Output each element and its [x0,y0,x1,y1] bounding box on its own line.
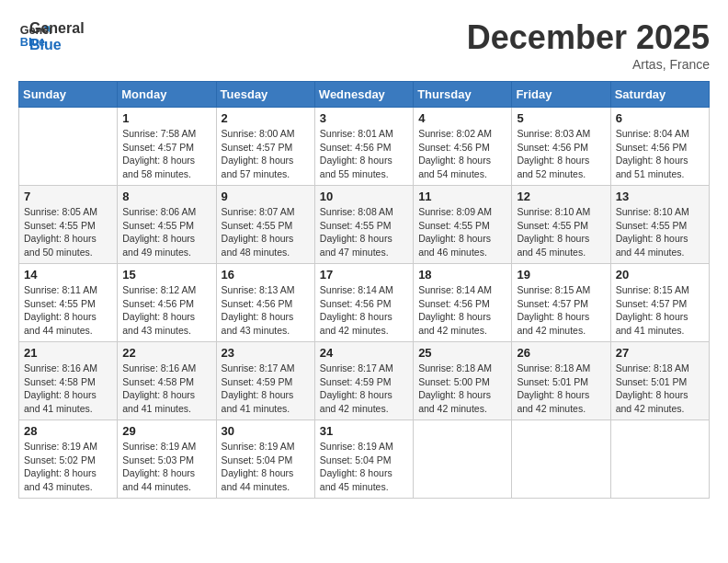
day-info: Sunrise: 8:10 AMSunset: 4:55 PMDaylight:… [616,205,704,259]
day-cell: 10Sunrise: 8:08 AMSunset: 4:55 PMDayligh… [314,186,413,264]
day-info: Sunrise: 8:18 AMSunset: 5:01 PMDaylight:… [616,362,704,416]
day-info: Sunrise: 8:19 AMSunset: 5:02 PMDaylight:… [24,440,112,494]
day-info: Sunrise: 8:01 AMSunset: 4:56 PMDaylight:… [320,127,408,181]
location: Artas, France [467,57,710,72]
day-number: 24 [320,346,408,360]
day-info: Sunrise: 8:16 AMSunset: 4:58 PMDaylight:… [122,362,210,416]
day-number: 28 [24,424,112,438]
day-info: Sunrise: 8:05 AMSunset: 4:55 PMDaylight:… [24,205,112,259]
day-cell: 28Sunrise: 8:19 AMSunset: 5:02 PMDayligh… [19,420,118,499]
day-info: Sunrise: 8:12 AMSunset: 4:56 PMDaylight:… [122,283,210,338]
day-number: 23 [222,346,310,360]
day-info: Sunrise: 8:15 AMSunset: 4:57 PMDaylight:… [616,283,704,338]
day-cell: 17Sunrise: 8:14 AMSunset: 4:56 PMDayligh… [314,264,413,342]
day-number: 20 [616,268,704,282]
day-number: 15 [122,268,210,282]
day-info: Sunrise: 8:17 AMSunset: 4:59 PMDaylight:… [222,362,310,416]
day-number: 17 [320,268,408,282]
day-cell: 15Sunrise: 8:12 AMSunset: 4:56 PMDayligh… [118,264,216,342]
title-area: December 2025 Artas, France [467,18,710,72]
day-number: 14 [24,268,112,282]
day-header-monday: Monday [118,82,216,108]
day-number: 5 [517,111,605,125]
day-info: Sunrise: 8:18 AMSunset: 5:01 PMDaylight:… [517,362,605,416]
calendar-table: SundayMondayTuesdayWednesdayThursdayFrid… [18,81,710,499]
day-cell: 31Sunrise: 8:19 AMSunset: 5:04 PMDayligh… [314,420,413,499]
day-number: 18 [418,268,506,282]
day-info: Sunrise: 7:58 AMSunset: 4:57 PMDaylight:… [122,127,210,181]
day-cell: 26Sunrise: 8:18 AMSunset: 5:01 PMDayligh… [512,342,610,420]
day-cell: 16Sunrise: 8:13 AMSunset: 4:56 PMDayligh… [216,264,314,342]
day-cell [414,420,512,499]
day-cell: 27Sunrise: 8:18 AMSunset: 5:01 PMDayligh… [610,342,709,420]
day-number: 27 [616,346,704,360]
day-info: Sunrise: 8:14 AMSunset: 4:56 PMDaylight:… [320,283,408,338]
day-number: 2 [222,111,310,125]
day-cell: 22Sunrise: 8:16 AMSunset: 4:58 PMDayligh… [118,342,216,420]
day-header-thursday: Thursday [414,82,512,108]
page-header: General Blue General Blue December 2025 … [18,18,710,72]
header-row: SundayMondayTuesdayWednesdayThursdayFrid… [19,82,710,108]
day-info: Sunrise: 8:11 AMSunset: 4:55 PMDaylight:… [24,283,112,338]
day-info: Sunrise: 8:19 AMSunset: 5:04 PMDaylight:… [222,440,310,494]
day-number: 30 [222,424,310,438]
day-number: 25 [418,346,506,360]
day-info: Sunrise: 8:08 AMSunset: 4:55 PMDaylight:… [320,205,408,259]
day-info: Sunrise: 8:16 AMSunset: 4:58 PMDaylight:… [24,362,112,416]
day-info: Sunrise: 8:14 AMSunset: 4:56 PMDaylight:… [418,283,506,338]
day-cell: 14Sunrise: 8:11 AMSunset: 4:55 PMDayligh… [19,264,118,342]
day-cell: 23Sunrise: 8:17 AMSunset: 4:59 PMDayligh… [216,342,314,420]
day-number: 8 [122,190,210,203]
day-cell: 30Sunrise: 8:19 AMSunset: 5:04 PMDayligh… [216,420,314,499]
day-number: 3 [320,111,408,125]
day-number: 19 [517,268,605,282]
day-cell: 29Sunrise: 8:19 AMSunset: 5:03 PMDayligh… [118,420,216,499]
day-cell: 11Sunrise: 8:09 AMSunset: 4:55 PMDayligh… [414,186,512,264]
day-number: 16 [222,268,310,282]
day-info: Sunrise: 8:03 AMSunset: 4:56 PMDaylight:… [517,127,605,181]
day-header-tuesday: Tuesday [216,82,314,108]
day-number: 9 [222,190,310,203]
day-number: 31 [320,424,408,438]
day-cell: 3Sunrise: 8:01 AMSunset: 4:56 PMDaylight… [314,108,413,186]
day-info: Sunrise: 8:02 AMSunset: 4:56 PMDaylight:… [418,127,506,181]
day-info: Sunrise: 8:18 AMSunset: 5:00 PMDaylight:… [418,362,506,416]
day-cell: 4Sunrise: 8:02 AMSunset: 4:56 PMDaylight… [414,108,512,186]
day-info: Sunrise: 8:09 AMSunset: 4:55 PMDaylight:… [418,205,506,259]
day-cell: 24Sunrise: 8:17 AMSunset: 4:59 PMDayligh… [314,342,413,420]
day-header-friday: Friday [512,82,610,108]
day-number: 12 [517,190,605,203]
day-cell: 25Sunrise: 8:18 AMSunset: 5:00 PMDayligh… [414,342,512,420]
day-header-sunday: Sunday [19,82,118,108]
day-cell: 21Sunrise: 8:16 AMSunset: 4:58 PMDayligh… [19,342,118,420]
day-number: 26 [517,346,605,360]
day-cell: 12Sunrise: 8:10 AMSunset: 4:55 PMDayligh… [512,186,610,264]
day-cell: 5Sunrise: 8:03 AMSunset: 4:56 PMDaylight… [512,108,610,186]
day-number: 10 [320,190,408,203]
day-number: 7 [24,190,112,203]
day-cell: 8Sunrise: 8:06 AMSunset: 4:55 PMDaylight… [118,186,216,264]
day-cell: 7Sunrise: 8:05 AMSunset: 4:55 PMDaylight… [19,186,118,264]
day-cell: 13Sunrise: 8:10 AMSunset: 4:55 PMDayligh… [610,186,709,264]
week-row-2: 7Sunrise: 8:05 AMSunset: 4:55 PMDaylight… [19,186,710,264]
day-info: Sunrise: 8:07 AMSunset: 4:55 PMDaylight:… [222,205,310,259]
day-info: Sunrise: 8:17 AMSunset: 4:59 PMDaylight:… [320,362,408,416]
day-cell: 19Sunrise: 8:15 AMSunset: 4:57 PMDayligh… [512,264,610,342]
day-info: Sunrise: 8:13 AMSunset: 4:56 PMDaylight:… [222,283,310,338]
day-number: 29 [122,424,210,438]
day-info: Sunrise: 8:00 AMSunset: 4:57 PMDaylight:… [222,127,310,181]
logo-blue: Blue [29,37,85,53]
day-info: Sunrise: 8:06 AMSunset: 4:55 PMDaylight:… [122,205,210,259]
day-cell: 6Sunrise: 8:04 AMSunset: 4:56 PMDaylight… [610,108,709,186]
day-info: Sunrise: 8:04 AMSunset: 4:56 PMDaylight:… [616,127,704,181]
day-cell [19,108,118,186]
day-cell: 20Sunrise: 8:15 AMSunset: 4:57 PMDayligh… [610,264,709,342]
day-info: Sunrise: 8:15 AMSunset: 4:57 PMDaylight:… [517,283,605,338]
day-cell: 1Sunrise: 7:58 AMSunset: 4:57 PMDaylight… [118,108,216,186]
day-cell: 2Sunrise: 8:00 AMSunset: 4:57 PMDaylight… [216,108,314,186]
day-header-saturday: Saturday [610,82,709,108]
week-row-1: 1Sunrise: 7:58 AMSunset: 4:57 PMDaylight… [19,108,710,186]
day-info: Sunrise: 8:19 AMSunset: 5:04 PMDaylight:… [320,440,408,494]
day-cell [512,420,610,499]
day-number: 11 [418,190,506,203]
